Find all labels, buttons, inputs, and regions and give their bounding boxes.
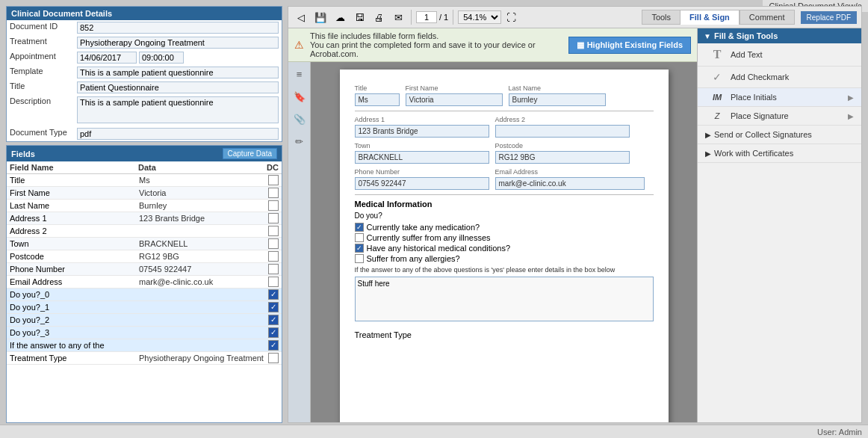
input-doc-addr1[interactable]: [355, 125, 489, 138]
table-row: Phone Number07545 922447: [7, 263, 282, 276]
doc-icon-attach[interactable]: 📎: [291, 110, 309, 128]
sidebar-item-place-signature[interactable]: Z Place Signature ▶: [698, 107, 861, 126]
field-checkbox[interactable]: ✓: [268, 289, 279, 300]
page-total: 1: [444, 13, 448, 22]
input-appointment-time[interactable]: [139, 52, 184, 64]
field-checkbox[interactable]: ✓: [268, 315, 279, 325]
chk-4[interactable]: [355, 254, 364, 263]
field-checkbox[interactable]: [268, 226, 279, 236]
toolbar-icon-mail[interactable]: ✉: [390, 9, 406, 25]
fields-header-left: Fields: [11, 149, 35, 158]
details-section: Clinical Document Details Document ID Tr…: [6, 6, 282, 142]
field-data: Burnley: [139, 201, 268, 210]
field-checkbox[interactable]: ✓: [268, 327, 279, 338]
field-checkbox[interactable]: [268, 238, 279, 249]
input-document-id[interactable]: [77, 22, 279, 34]
field-checkbox[interactable]: ✓: [268, 340, 279, 351]
contact-row: Phone Number Email Address: [355, 168, 654, 190]
sidebar-item-work-certificates[interactable]: ▶ Work with Certificates: [698, 144, 861, 163]
user-status: User: Admin: [817, 428, 862, 437]
chk-3-label: Have any historical medical conditions?: [367, 244, 511, 253]
tab-fill-sign[interactable]: Fill & Sign: [680, 10, 740, 25]
label-lastname: Last Name: [509, 84, 606, 92]
field-checkbox[interactable]: [268, 188, 279, 198]
sidebar-item-place-initials[interactable]: IM Place Initials ▶: [698, 88, 861, 107]
page-navigation: / 1: [416, 11, 448, 23]
field-checkbox[interactable]: [268, 175, 279, 185]
field-name: Do you?_2: [10, 315, 139, 324]
table-row: Last NameBurnley: [7, 200, 282, 212]
input-doc-town[interactable]: [355, 151, 489, 164]
toolbar-icon-floppy[interactable]: 🖫: [351, 9, 368, 25]
field-checkbox[interactable]: [268, 213, 279, 223]
input-doc-phone[interactable]: [355, 177, 489, 190]
table-row: TitleMs: [7, 174, 282, 187]
sidebar-item-add-text[interactable]: T Add Text: [698, 43, 861, 67]
send-signatures-label: Send or Collect Signatures: [714, 130, 812, 139]
chk-1[interactable]: ✓: [355, 223, 364, 232]
table-row: Address 2: [7, 225, 282, 238]
chk-2[interactable]: [355, 233, 364, 242]
input-title[interactable]: [77, 81, 279, 93]
doc-icon-pencil[interactable]: ✏: [291, 132, 309, 150]
toolbar-icon-cloud[interactable]: ☁: [332, 9, 348, 25]
input-appointment-date[interactable]: [77, 52, 137, 64]
field-checkbox[interactable]: [268, 251, 279, 262]
input-doc-firstname[interactable]: [406, 93, 503, 106]
label-title: Title: [7, 80, 74, 95]
tab-tools[interactable]: Tools: [642, 10, 680, 25]
fields-body: TitleMsFirst NameVictoriaLast NameBurnle…: [7, 174, 282, 422]
capture-data-button[interactable]: Capture Data: [223, 148, 277, 159]
field-checkbox[interactable]: ✓: [268, 302, 279, 312]
table-row: TownBRACKNELL: [7, 238, 282, 250]
input-doc-title[interactable]: [355, 93, 400, 106]
input-doc-addr2[interactable]: [495, 125, 630, 138]
fill-sign-header[interactable]: ▼ Fill & Sign Tools: [698, 28, 861, 43]
sidebar-item-send-signatures[interactable]: ▶ Send or Collect Signatures: [698, 126, 861, 144]
fill-sign-arrow: ▼: [704, 32, 711, 40]
table-row: PostcodeRG12 9BG: [7, 250, 282, 263]
field-checkbox[interactable]: [268, 353, 279, 363]
replace-pdf-button[interactable]: Replace PDF: [801, 11, 857, 24]
label-firstname: First Name: [406, 84, 503, 92]
notif-line1: This file includes fillable form fields.: [310, 31, 562, 40]
field-checkbox[interactable]: [268, 264, 279, 274]
chk-3[interactable]: ✓: [355, 244, 364, 253]
input-doc-postcode[interactable]: [495, 151, 630, 164]
details-table: Document ID Treatment Appointment Templa…: [7, 20, 282, 141]
field-checkbox[interactable]: [268, 277, 279, 287]
zoom-select[interactable]: 54.1%: [458, 10, 501, 24]
details-title: Clinical Document Details: [11, 9, 112, 18]
input-doc-lastname[interactable]: [509, 93, 606, 106]
field-name: First Name: [10, 188, 139, 197]
name-row: Title First Name Last Name: [355, 84, 654, 106]
highlight-fields-button[interactable]: ▦ Highlight Existing Fields: [568, 37, 691, 54]
zoom-expand-icon[interactable]: ⛶: [503, 9, 519, 25]
doc-icon-layers[interactable]: ≡: [291, 65, 309, 83]
field-name: If the answer to any of the: [10, 341, 139, 350]
toolbar-icon-save[interactable]: 💾: [312, 9, 329, 25]
sidebar-item-add-checkmark[interactable]: ✓ Add Checkmark: [698, 67, 861, 88]
medical-textarea[interactable]: [355, 277, 654, 321]
field-checkbox[interactable]: [268, 200, 279, 211]
field-postcode: Postcode: [495, 142, 630, 164]
input-template[interactable]: [77, 67, 279, 78]
toolbar-icon-print[interactable]: 🖨: [371, 9, 387, 25]
col-data: Data: [138, 163, 267, 172]
field-data: RG12 9BG: [139, 252, 268, 261]
col-field-name: Field Name: [10, 163, 138, 172]
field-name: Address 2: [10, 226, 139, 235]
label-appointment: Appointment: [7, 50, 74, 65]
doc-main: ≡ 🔖 📎 ✏ Title: [288, 62, 697, 422]
label-addr1: Address 1: [355, 116, 489, 123]
tab-comment[interactable]: Comment: [740, 10, 795, 25]
doc-icon-bookmark[interactable]: 🔖: [291, 87, 309, 105]
page-number-input[interactable]: [416, 11, 437, 23]
field-name: Treatment Type: [10, 354, 139, 363]
textarea-description[interactable]: [77, 96, 279, 123]
input-treatment[interactable]: [77, 37, 279, 49]
toolbar-icon-prev[interactable]: ◁: [293, 9, 309, 25]
input-doc-email[interactable]: [495, 177, 645, 190]
input-doctype[interactable]: [77, 128, 279, 140]
chk-row-3: ✓ Have any historical medical conditions…: [355, 244, 654, 253]
